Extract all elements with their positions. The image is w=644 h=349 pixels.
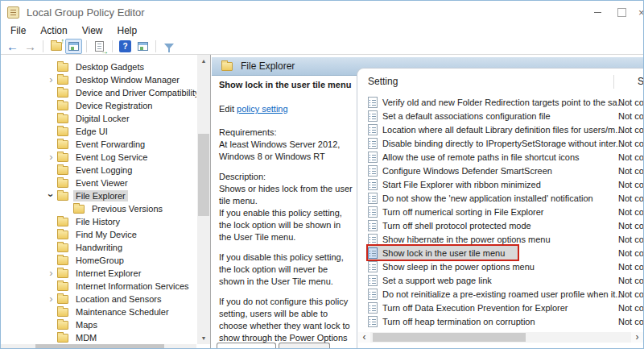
tree-item[interactable]: Previous Versions <box>1 202 196 215</box>
tree-expander-icon[interactable] <box>45 125 57 138</box>
setting-row[interactable]: Do not show the 'new application install… <box>357 191 643 205</box>
minimize-button[interactable] <box>585 1 609 23</box>
setting-row[interactable]: Allow the use of remote paths in file sh… <box>357 150 643 164</box>
list-hscroll-thumb[interactable] <box>373 333 526 342</box>
tree-item-label: HomeGroup <box>73 255 126 266</box>
tree-expander-icon[interactable] <box>45 99 57 112</box>
tree-expander-icon[interactable] <box>45 293 57 305</box>
scroll-left-icon[interactable]: ‹ <box>358 332 370 343</box>
tree-item[interactable]: HomeGroup <box>1 254 196 267</box>
column-header-setting[interactable]: Setting <box>368 76 398 87</box>
setting-row[interactable]: Start File Explorer with ribbon minimize… <box>357 177 643 191</box>
help-icon[interactable] <box>117 39 134 54</box>
policy-setting-link[interactable]: policy setting <box>237 104 288 114</box>
tab-extended[interactable] <box>217 343 276 348</box>
tree-expander-icon[interactable] <box>45 305 57 318</box>
setting-row[interactable]: Location where all default Library defin… <box>357 123 643 136</box>
menu-item[interactable]: Help <box>110 24 145 38</box>
tree-expander-icon[interactable] <box>45 164 57 177</box>
setting-row[interactable]: Show sleep in the power options menu Not… <box>357 260 643 273</box>
tree-expander-icon[interactable] <box>45 177 57 189</box>
tree-item[interactable]: Desktop Gadgets <box>1 60 196 73</box>
tree-item[interactable]: Digital Locker <box>1 112 196 125</box>
scroll-up-icon[interactable] <box>197 55 210 67</box>
setting-label: Location where all default Library defin… <box>382 125 622 135</box>
tree-vertical-scrollbar[interactable] <box>197 55 210 344</box>
tree-item[interactable]: File History <box>1 215 196 228</box>
tree-item[interactable]: Event Viewer <box>1 177 196 189</box>
tree-item[interactable]: Event Log Service <box>1 151 196 164</box>
tree-item[interactable]: Device Registration <box>1 99 196 112</box>
tab-standard[interactable] <box>279 343 330 348</box>
folder-icon <box>57 179 68 188</box>
tree-item-label: Maps <box>73 319 100 330</box>
menu-item[interactable]: View <box>75 24 110 38</box>
tree-expander-icon[interactable] <box>45 267 57 280</box>
tree-item[interactable]: Event Logging <box>1 164 196 177</box>
tree-item[interactable]: File Explorer <box>1 189 196 202</box>
tree-expander-icon[interactable] <box>45 280 57 293</box>
tree-item[interactable]: Edge UI <box>1 125 196 138</box>
tree-vscroll-thumb[interactable] <box>198 134 209 216</box>
menu-item[interactable]: Action <box>33 24 74 38</box>
tree-item[interactable]: Internet Information Services <box>1 280 196 293</box>
setting-row[interactable]: Show lock in the user tile menu Not conf… <box>357 246 643 260</box>
scroll-right-icon[interactable]: › <box>631 332 643 343</box>
up-one-level-icon[interactable] <box>47 39 64 54</box>
tree-item[interactable]: Desktop Window Manager <box>1 73 196 86</box>
column-header-state[interactable]: State <box>638 76 643 87</box>
setting-row-selection: Configure Windows Defender SmartScreen <box>368 164 555 177</box>
list-horizontal-scrollbar[interactable]: ‹ › <box>358 332 643 343</box>
tree-item[interactable]: Maps <box>1 318 196 331</box>
tree-expander-icon[interactable] <box>61 202 73 215</box>
setting-row[interactable]: Set a default associations configuration… <box>357 109 643 123</box>
list-hscroll-track[interactable] <box>370 332 631 343</box>
setting-row[interactable]: Turn off shell protocol protected mode N… <box>357 218 643 232</box>
close-button[interactable] <box>634 1 643 23</box>
setting-row[interactable]: Turn off Data Execution Prevention for E… <box>357 301 643 314</box>
export-list-icon[interactable] <box>91 39 108 54</box>
tree-expander-icon[interactable] <box>45 86 57 99</box>
tree-item[interactable]: Internet Explorer <box>1 267 196 280</box>
tree-item[interactable]: MDM <box>1 331 196 344</box>
maximize-button[interactable] <box>609 1 634 23</box>
setting-state: Not configured <box>618 139 643 148</box>
tree-expander-icon[interactable] <box>45 112 57 125</box>
setting-row[interactable]: Verify old and new Folder Redirection ta… <box>357 95 643 109</box>
tree-expander-icon[interactable] <box>45 228 57 241</box>
forward-icon[interactable] <box>22 39 39 54</box>
tree-item[interactable]: Handwriting <box>1 241 196 254</box>
back-icon[interactable] <box>4 39 21 54</box>
setting-row[interactable]: Do not reinitialize a pre-existing roame… <box>357 287 643 301</box>
tree-expander-icon[interactable] <box>45 151 57 164</box>
column-divider[interactable] <box>613 75 614 89</box>
tree-expander-icon[interactable] <box>45 138 57 151</box>
setting-row[interactable]: Show hibernate in the power options menu… <box>357 232 643 246</box>
tree-horizontal-scrollbar[interactable] <box>1 344 196 348</box>
setting-row[interactable]: Disable binding directly to IPropertySet… <box>357 136 643 150</box>
tree-item[interactable]: Find My Device <box>1 228 196 241</box>
show-console-tree-icon[interactable] <box>65 39 82 54</box>
menu-item[interactable]: File <box>3 24 33 38</box>
tree-item[interactable]: Location and Sensors <box>1 293 196 305</box>
tree-expander-icon[interactable] <box>45 189 57 202</box>
extended-view-icon[interactable] <box>134 39 151 54</box>
tree-item[interactable]: Maintenance Scheduler <box>1 305 196 318</box>
tree-expander-icon[interactable] <box>45 215 57 228</box>
tree-expander-icon[interactable] <box>45 331 57 344</box>
setting-row[interactable]: Configure Windows Defender SmartScreen N… <box>357 164 643 177</box>
setting-row[interactable]: Turn off numerical sorting in File Explo… <box>357 205 643 218</box>
tree-expander-icon[interactable] <box>45 60 57 73</box>
scroll-down-icon[interactable] <box>197 332 210 344</box>
tree-expander-icon[interactable] <box>45 241 57 254</box>
setting-row[interactable]: Set a support web page link Not configur… <box>357 273 643 287</box>
description-paragraph <box>219 288 353 296</box>
tree-item[interactable]: Event Forwarding <box>1 138 196 151</box>
tree-item[interactable]: Device and Driver Compatibility <box>1 86 196 99</box>
tree-hscroll-thumb[interactable] <box>35 344 164 348</box>
filter-icon[interactable] <box>160 39 177 54</box>
tree-expander-icon[interactable] <box>45 73 57 86</box>
setting-row[interactable]: Turn off heap termination on corruption … <box>357 314 643 328</box>
tree-expander-icon[interactable] <box>45 318 57 331</box>
tree-expander-icon[interactable] <box>45 254 57 267</box>
